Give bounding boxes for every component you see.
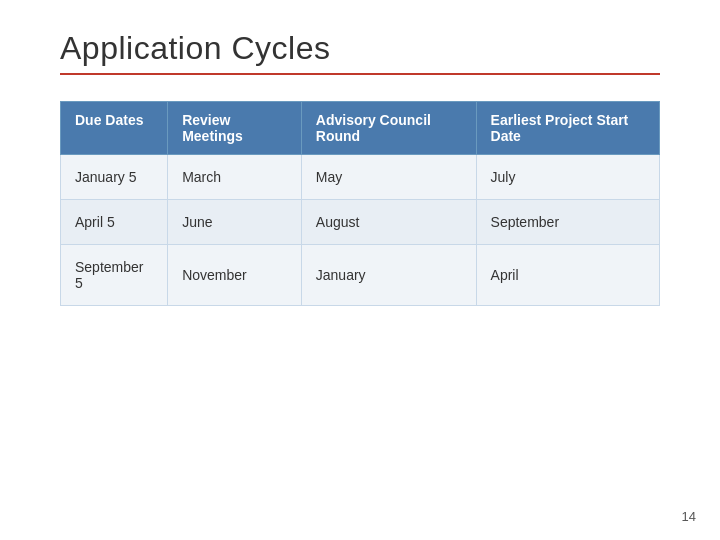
page-title: Application Cycles	[60, 30, 660, 67]
table-row: September 5NovemberJanuaryApril	[61, 245, 660, 306]
table-cell-0-3: July	[476, 155, 659, 200]
col-header-review-meetings: Review Meetings	[168, 102, 302, 155]
col-header-earliest-project-start-date: Earliest Project Start Date	[476, 102, 659, 155]
table-cell-1-3: September	[476, 200, 659, 245]
table-cell-1-1: June	[168, 200, 302, 245]
table-cell-0-2: May	[301, 155, 476, 200]
col-header-due-dates: Due Dates	[61, 102, 168, 155]
title-underline	[60, 73, 660, 75]
table-header-row: Due Dates Review Meetings Advisory Counc…	[61, 102, 660, 155]
table-row: January 5MarchMayJuly	[61, 155, 660, 200]
table-cell-2-3: April	[476, 245, 659, 306]
table-cell-1-2: August	[301, 200, 476, 245]
table-container: Due Dates Review Meetings Advisory Counc…	[60, 101, 660, 306]
col-header-advisory-council-round: Advisory Council Round	[301, 102, 476, 155]
table-cell-0-0: January 5	[61, 155, 168, 200]
application-cycles-table: Due Dates Review Meetings Advisory Counc…	[60, 101, 660, 306]
title-section: Application Cycles	[60, 30, 660, 93]
table-cell-1-0: April 5	[61, 200, 168, 245]
table-cell-2-1: November	[168, 245, 302, 306]
page-container: Application Cycles Due Dates Review Meet…	[0, 0, 720, 540]
table-row: April 5JuneAugustSeptember	[61, 200, 660, 245]
page-number: 14	[682, 509, 696, 524]
table-cell-2-0: September 5	[61, 245, 168, 306]
table-cell-0-1: March	[168, 155, 302, 200]
table-cell-2-2: January	[301, 245, 476, 306]
